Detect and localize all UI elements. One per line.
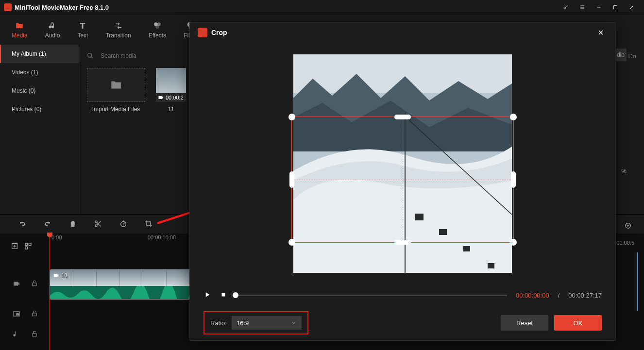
delete-button[interactable] [69, 220, 77, 229]
video-icon [158, 95, 164, 100]
menu-icon[interactable] [574, 0, 591, 15]
svg-rect-18 [17, 314, 19, 315]
audio-track-icon [13, 331, 20, 340]
play-button[interactable] [203, 291, 211, 300]
crop-handle-left[interactable] [289, 171, 294, 188]
crop-title: Crop [211, 29, 227, 36]
maximize-icon[interactable] [607, 0, 624, 15]
time-current: 00:00:00:00 [516, 292, 549, 299]
lock-icon[interactable] [31, 331, 38, 340]
crop-button[interactable] [145, 220, 153, 229]
crop-handle-top[interactable] [394, 115, 411, 119]
ok-button[interactable]: OK [554, 315, 602, 331]
svg-rect-30 [488, 263, 494, 268]
time-duration: 00:00:27:17 [568, 292, 602, 299]
ratio-value: 16:9 [237, 319, 249, 327]
time-tick-0: 0:00 [51, 234, 62, 240]
crop-handle-bl[interactable] [288, 239, 295, 246]
search-icon [87, 52, 94, 59]
close-dialog-button[interactable] [594, 26, 608, 39]
svg-point-8 [95, 225, 97, 227]
clip-filename: 11 [156, 106, 186, 113]
svg-rect-6 [159, 96, 162, 99]
app-title: MiniTool MovieMaker Free 8.1.0 [15, 4, 109, 11]
app-icon [4, 3, 12, 11]
pip-track-icon [13, 310, 20, 319]
import-label: Import Media Files [87, 106, 145, 113]
ratio-control-highlight: Ratio: 16:9 [203, 311, 308, 334]
svg-rect-19 [33, 313, 36, 316]
undo-button[interactable] [18, 220, 26, 229]
lock-icon[interactable] [31, 280, 38, 289]
svg-rect-12 [29, 243, 31, 246]
tab-audio[interactable]: Audio [45, 21, 60, 39]
sidebar-item-videos[interactable]: Videos (1) [0, 63, 79, 82]
stop-button[interactable] [220, 291, 227, 300]
lock-icon[interactable] [31, 310, 38, 319]
seek-slider[interactable] [236, 295, 507, 296]
tab-effects[interactable]: Effects [149, 21, 166, 39]
chevron-down-icon [291, 320, 297, 326]
close-icon[interactable] [624, 0, 640, 15]
split-button[interactable] [94, 220, 102, 229]
folder-icon [110, 79, 122, 91]
tab-transition[interactable]: Transition [105, 21, 131, 39]
crop-handle-bottom[interactable] [394, 240, 411, 245]
crop-handle-tl[interactable] [288, 114, 295, 120]
marker-list-icon[interactable] [24, 242, 32, 251]
svg-point-5 [88, 53, 92, 57]
sidebar-item-myalbum[interactable]: My Album (1) [0, 45, 79, 63]
media-clip-tile[interactable]: 00:00:2 11 [156, 68, 186, 113]
svg-point-4 [155, 25, 159, 29]
ratio-label: Ratio: [210, 319, 227, 327]
crop-rectangle[interactable] [291, 117, 514, 243]
crop-handle-right[interactable] [511, 171, 516, 188]
seek-thumb[interactable] [233, 292, 238, 298]
crop-handle-br[interactable] [510, 239, 517, 246]
ratio-select[interactable]: 16:9 [232, 316, 302, 330]
reset-button[interactable]: Reset [501, 315, 548, 331]
video-track-icon [13, 280, 20, 289]
clip-duration: 00:00:2 [166, 95, 184, 100]
tab-label-audio: Audio [45, 32, 60, 39]
crop-grid-horizontal [292, 180, 513, 180]
speed-button[interactable] [119, 220, 127, 229]
crop-dialog: Crop [189, 22, 616, 341]
svg-rect-29 [463, 246, 470, 251]
tab-text[interactable]: Text [77, 21, 88, 39]
zoom-add-icon[interactable] [625, 222, 631, 231]
timeline-clip[interactable]: 11 [50, 269, 190, 300]
minimize-icon[interactable] [591, 0, 607, 15]
import-media-tile[interactable]: Import Media Files [87, 68, 145, 113]
crop-handle-tr[interactable] [510, 114, 517, 120]
audio-tab-peek[interactable]: dio [615, 49, 627, 61]
brand: MiniTool MovieMaker Free 8.1.0 [4, 3, 109, 11]
svg-rect-31 [222, 293, 225, 296]
right-vscroll-hint[interactable] [637, 252, 638, 311]
svg-rect-20 [33, 333, 36, 336]
svg-point-9 [121, 221, 126, 227]
time-tick-1: 00:00:10:00 [148, 234, 176, 240]
svg-rect-16 [54, 274, 58, 277]
crop-app-icon [198, 28, 207, 37]
svg-point-7 [95, 221, 97, 223]
svg-rect-15 [33, 283, 36, 286]
sidebar-item-music[interactable]: Music (0) [0, 82, 79, 100]
time-separator: / [558, 292, 560, 299]
tab-label-effects: Effects [149, 32, 166, 39]
redo-button[interactable] [44, 220, 51, 229]
tab-label-text: Text [77, 32, 88, 39]
add-marker-icon[interactable] [11, 242, 18, 251]
title-bar: MiniTool MovieMaker Free 8.1.0 [0, 0, 644, 15]
crop-playbar: 00:00:00:00 / 00:00:27:17 [190, 285, 615, 305]
tab-label-transition: Transition [105, 32, 131, 39]
sidebar-item-pictures[interactable]: Pictures (0) [0, 100, 79, 118]
clip-video-icon [53, 272, 59, 279]
tab-label-media: Media [12, 32, 28, 39]
svg-rect-14 [14, 282, 18, 286]
percent-peek: % [621, 168, 627, 175]
key-icon[interactable] [558, 0, 574, 15]
crop-preview[interactable] [293, 54, 512, 273]
right-panel-peek: dio % [614, 49, 644, 175]
tab-media[interactable]: Media [12, 21, 28, 39]
